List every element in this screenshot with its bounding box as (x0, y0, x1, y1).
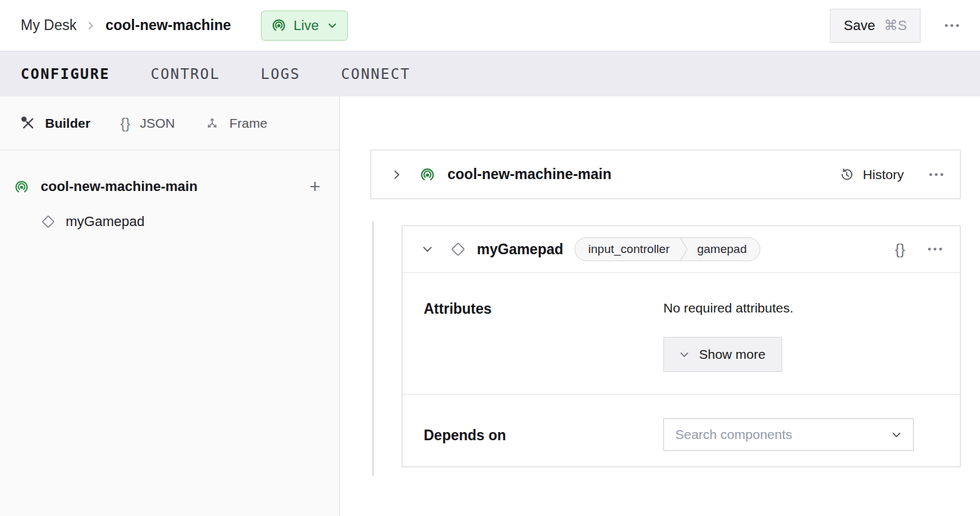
component-card: myGamepad input_controller gamepad {} ••… (402, 225, 961, 467)
chevron-down-icon (679, 349, 690, 360)
add-component-button[interactable]: + (309, 177, 320, 196)
tab-configure[interactable]: CONFIGURE (21, 66, 110, 82)
show-more-button[interactable]: Show more (663, 337, 782, 372)
attributes-empty-message: No required attributes. (663, 301, 944, 316)
depends-on-section: Depends on (402, 395, 960, 467)
top-bar: My Desk cool-new-machine Live Save ⌘S ••… (0, 0, 980, 51)
topbar-more-menu-icon[interactable]: ••• (944, 19, 961, 32)
depends-on-body (663, 418, 944, 451)
collapse-chevron-down-icon[interactable] (422, 244, 433, 255)
machine-card-more-menu-icon[interactable]: ••• (929, 168, 946, 181)
chevron-down-icon (327, 21, 337, 31)
breadcrumb: My Desk cool-new-machine (21, 17, 231, 34)
live-status-dropdown[interactable]: Live (261, 11, 348, 41)
show-more-label: Show more (699, 347, 765, 362)
breadcrumb-parent[interactable]: My Desk (21, 17, 76, 34)
tools-icon (21, 116, 36, 131)
component-card-more-menu-icon[interactable]: ••• (927, 243, 944, 255)
machine-tree: cool-new-machine-main + myGamepad (0, 150, 339, 238)
content-area: Builder {} JSON Frame (0, 96, 980, 516)
view-tab-json[interactable]: {} JSON (120, 115, 175, 132)
view-tab-json-label: JSON (140, 116, 175, 131)
tree-component-label: myGamepad (66, 214, 145, 230)
badge-divider-chevron-icon (680, 238, 688, 261)
save-button-label: Save (844, 18, 875, 34)
broadcast-icon (419, 167, 436, 183)
live-status-label: Live (293, 18, 319, 34)
diamond-icon (449, 240, 467, 258)
tree-item-component[interactable]: myGamepad (0, 205, 339, 238)
view-tab-frame-label: Frame (229, 116, 267, 131)
view-tab-builder[interactable]: Builder (21, 116, 90, 131)
nesting-connector-line (372, 221, 374, 476)
badge-type-label: input_controller (575, 242, 680, 256)
code-braces-icon[interactable]: {} (895, 240, 905, 258)
main-panel: cool-new-machine-main History ••• (340, 96, 980, 516)
attributes-heading: Attributes (424, 301, 663, 372)
view-tab-frame[interactable]: Frame (205, 116, 267, 131)
search-components-input[interactable] (664, 419, 891, 450)
component-card-title: myGamepad (477, 241, 563, 258)
chevron-right-icon (86, 21, 96, 31)
machine-card-title: cool-new-machine-main (447, 166, 839, 183)
history-label: History (863, 167, 904, 182)
tree-item-machine[interactable]: cool-new-machine-main + (0, 170, 339, 203)
sidebar: Builder {} JSON Frame (0, 96, 340, 516)
nav-tab-bar: CONFIGURE CONTROL LOGS CONNECT (0, 51, 980, 96)
frame-axes-icon (205, 116, 220, 131)
attributes-body: No required attributes. Show more (663, 301, 944, 372)
breadcrumb-current: cool-new-machine (105, 17, 231, 34)
expand-chevron-right-icon[interactable] (391, 169, 402, 180)
component-type-badge: input_controller gamepad (574, 237, 760, 261)
diamond-icon (40, 214, 56, 230)
broadcast-icon (271, 18, 287, 33)
tab-control[interactable]: CONTROL (151, 66, 220, 82)
view-tab-bar: Builder {} JSON Frame (0, 96, 339, 150)
history-clock-icon (839, 167, 855, 183)
depends-on-heading: Depends on (424, 418, 663, 443)
tab-connect[interactable]: CONNECT (341, 66, 411, 82)
save-shortcut-hint: ⌘S (884, 18, 907, 34)
chevron-down-icon[interactable] (891, 430, 902, 440)
badge-model-label: gamepad (688, 242, 760, 256)
depends-on-search-select (663, 418, 914, 451)
tree-machine-label: cool-new-machine-main (41, 178, 298, 195)
braces-icon: {} (120, 115, 130, 132)
history-button[interactable]: History (839, 167, 904, 183)
view-tab-builder-label: Builder (45, 116, 90, 131)
component-card-header: myGamepad input_controller gamepad {} ••… (402, 226, 960, 273)
machine-part-card: cool-new-machine-main History ••• (370, 150, 961, 199)
save-button[interactable]: Save ⌘S (830, 9, 921, 43)
tab-logs[interactable]: LOGS (261, 66, 300, 82)
attributes-section: Attributes No required attributes. Show … (402, 273, 960, 395)
broadcast-icon (14, 179, 29, 195)
